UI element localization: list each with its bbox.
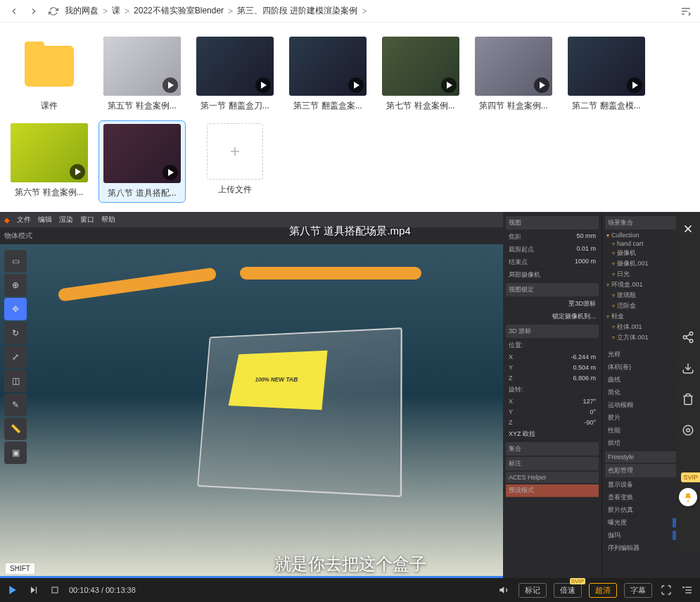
fullscreen-icon[interactable] [659,583,673,597]
total-time: 00:13:38 [106,586,136,594]
chevron-right-icon: > [125,6,129,16]
file-name: 第四节 鞋盒案例... [473,100,554,112]
add-tool-icon: ▣ [4,441,27,464]
video-file-item[interactable]: 第二节 翻盖盒模... [563,34,650,115]
video-thumbnail [103,124,181,183]
blender-right-panels: 视图 焦距50 mm 裁剪起点0.01 m 结束点1000 m 局部摄像机 视图… [503,212,700,578]
forward-button[interactable] [25,3,42,20]
playlist-icon[interactable] [680,583,694,597]
breadcrumb-item[interactable]: 2022不错实验室Blender [134,5,224,17]
menu-item: 文件 [17,215,31,225]
svg-marker-17 [499,587,504,593]
svg-marker-13 [9,586,15,594]
video-file-item[interactable]: 第四节 鞋盒案例... [470,34,557,115]
play-icon [534,77,549,93]
volume-icon[interactable] [497,583,511,597]
blender-logo-icon: ◆ [4,216,10,224]
refresh-button[interactable] [45,3,62,20]
blender-toolbar: ▭ ⊕ ✥ ↻ ⤢ ◫ ✎ 📏 ▣ [4,250,30,464]
svg-point-11 [687,429,690,432]
video-file-item[interactable]: 第五节 鞋盒案例... [98,34,186,115]
file-grid: 课件 第五节 鞋盒案例... 第一节 翻盖盒刀... 第三节 翻盖盒案... 第… [0,23,700,214]
panel-header: 集合 [506,442,599,456]
svg-line-9 [686,334,689,337]
play-icon [163,77,178,93]
progress-fill [0,576,560,578]
file-name: 第三节 翻盖盒案... [287,100,369,112]
panel-header: 标注 [506,457,599,470]
chevron-right-icon: > [228,6,233,16]
time-display: 00:10:43 / 00:13:38 [69,586,136,594]
video-file-item[interactable]: 第三节 翻盖盒案... [284,34,371,115]
svg-point-6 [683,336,687,339]
next-button[interactable] [27,583,41,597]
svg-line-8 [686,338,689,340]
speed-button[interactable]: 倍速SVIP [554,583,582,598]
sort-button[interactable] [677,3,694,20]
pin-button[interactable] [679,488,697,506]
menu-item: 渲染 [59,215,73,225]
transform-tool-icon: ◫ [4,370,27,392]
file-name: 课件 [8,100,90,112]
mark-button[interactable]: 标记 [518,583,547,598]
stop-button[interactable] [48,583,62,597]
video-thumbnail [382,37,459,96]
scale-tool-icon: ⤢ [4,346,27,368]
quality-button[interactable]: 超清 [589,583,617,598]
svip-badge: SVIP [681,472,700,482]
video-thumbnail [289,37,367,96]
breadcrumb-item[interactable]: 课 [112,5,120,17]
plus-icon: + [207,123,263,180]
caption-button[interactable]: 字幕 [624,583,652,598]
nav-bar: 我的网盘 > 课 > 2022不错实验室Blender > 第三、四阶段 进阶建… [0,0,700,23]
video-file-item-selected[interactable]: ✓ 第八节 道具搭配... [98,120,186,203]
move-tool-icon: ✥ [4,298,27,320]
video-file-item[interactable]: 第六节 鞋盒案例... [6,120,93,203]
play-icon [627,77,642,93]
download-icon[interactable] [680,360,696,377]
close-button[interactable] [680,220,696,237]
file-name: 第八节 道具搭配... [102,187,182,199]
player-controls: 00:10:43 / 00:13:38 标记 倍速SVIP 超清 字幕 [0,578,700,602]
svg-point-12 [683,425,693,435]
product-box: 100% NEW TAB [229,350,328,410]
cursor-tool-icon: ⊕ [4,274,27,296]
panel-header: 视图锁定 [506,283,599,296]
panel-header: 3D 游标 [506,325,599,338]
video-file-item[interactable]: 第七节 鞋盒案例... [377,34,464,115]
svg-rect-15 [36,587,37,593]
menu-item: 窗口 [80,215,94,225]
upload-item[interactable]: + 上传文件 [191,120,279,203]
key-indicator: SHIFT [6,563,34,574]
svg-point-5 [689,332,693,336]
video-thumbnail [196,37,274,96]
annotate-tool-icon: ✎ [4,394,27,416]
breadcrumb-item[interactable]: 我的网盘 [65,5,98,17]
measure-tool-icon: 📏 [4,418,27,440]
breadcrumb-item[interactable]: 第三、四阶段 进阶建模渲染案例 [237,5,357,17]
svip-badge: SVIP [570,578,585,584]
settings-icon[interactable] [680,422,696,439]
panel-header: 视图 [506,216,599,230]
rotate-tool-icon: ↻ [4,322,27,344]
svg-rect-16 [52,587,58,593]
delete-icon[interactable] [680,391,696,408]
select-tool-icon: ▭ [4,250,27,272]
folder-item[interactable]: 课件 [6,34,93,115]
video-thumbnail [568,37,645,96]
share-icon[interactable] [680,329,696,346]
video-thumbnail [475,37,552,96]
folder-icon [11,37,88,96]
back-button[interactable] [6,3,23,20]
chevron-right-icon: > [362,6,367,16]
video-player: ◆ 文件 编辑 渲染 窗口 帮助 Scene View Layer 物体模式 ▭… [0,212,700,602]
video-title: 第八节 道具搭配场景.mp4 [289,225,411,238]
menu-item: 帮助 [101,215,115,225]
video-file-item[interactable]: 第一节 翻盖盒刀... [191,34,279,115]
chevron-right-icon: > [103,6,108,16]
play-button[interactable] [6,583,20,597]
file-name: 第七节 鞋盒案例... [380,100,462,112]
video-viewport[interactable]: ◆ 文件 编辑 渲染 窗口 帮助 Scene View Layer 物体模式 ▭… [0,212,700,578]
video-thumbnail [11,123,88,182]
file-name: 第五节 鞋盒案例... [101,100,183,112]
